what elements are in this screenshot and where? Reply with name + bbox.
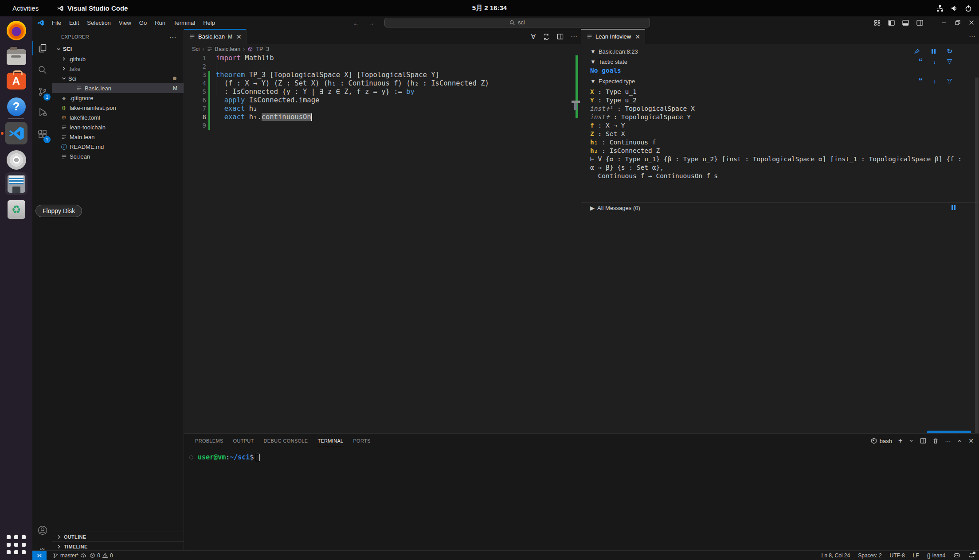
dock-trash-icon[interactable]: ♻: [5, 198, 27, 221]
pause-updates-icon[interactable]: [951, 205, 956, 211]
arrow-down-icon[interactable]: ↓: [933, 78, 936, 85]
sidebar-item-run-debug[interactable]: [32, 102, 52, 122]
terminal-prompt[interactable]: user@vm:~/sci$: [198, 453, 260, 461]
window-close-icon[interactable]: [968, 19, 975, 26]
copy-goal-icon[interactable]: “: [919, 59, 923, 64]
terminal-shell-item[interactable]: bash: [871, 438, 892, 444]
dock-vscode-icon[interactable]: [5, 122, 27, 144]
dock-ubuntu-software-icon[interactable]: A: [5, 70, 27, 92]
sidebar-item-search[interactable]: [32, 60, 52, 80]
sidebar-item-source-control[interactable]: 1: [32, 82, 52, 101]
tree-item-lean-toolchain[interactable]: lean-toolchain: [52, 122, 184, 132]
outline-section[interactable]: OUTLINE: [52, 532, 184, 541]
code-line-5[interactable]: 5 : IsConnected {y : Y | ∃ z ∈ Z, f z = …: [184, 88, 571, 96]
sidebar-item-extensions[interactable]: 1: [32, 124, 52, 144]
panel-more-actions-icon[interactable]: ⋯: [945, 438, 951, 444]
breadcrumb-folder[interactable]: Sci: [192, 46, 200, 52]
tree-folder--lake[interactable]: .lake: [52, 64, 184, 74]
kill-terminal-icon[interactable]: [932, 438, 939, 444]
scrollbar-selection-marker[interactable]: [574, 103, 577, 110]
breadcrumb-file[interactable]: Basic.lean: [215, 46, 241, 52]
infoview-position-header[interactable]: ▼Basic.lean:8:23 ↻: [581, 47, 979, 56]
copilot-icon[interactable]: [953, 552, 960, 559]
dock-firefox-icon[interactable]: [5, 19, 27, 42]
refresh-icon[interactable]: ↻: [947, 47, 952, 55]
pin-icon[interactable]: [914, 48, 920, 54]
tree-folder--github[interactable]: .github: [52, 54, 184, 64]
toggle-panel-icon[interactable]: [902, 19, 909, 26]
toggle-secondary-sidebar-icon[interactable]: [916, 19, 923, 26]
tab-lean-infoview[interactable]: Lean Infoview ✕: [581, 29, 645, 44]
menu-terminal[interactable]: Terminal: [169, 18, 199, 27]
clock[interactable]: 5月 2 16:34: [0, 0, 979, 16]
expected-type-header[interactable]: ▼Expected type “ ↓: [581, 76, 979, 86]
pause-updates-icon[interactable]: [931, 48, 936, 55]
infoview-scrollbar[interactable]: [975, 78, 979, 450]
tree-item-sci-lean[interactable]: Sci.lean: [52, 152, 184, 161]
dock-floppy-icon[interactable]: [5, 172, 27, 195]
window-restore-icon[interactable]: [955, 19, 961, 26]
menu-help[interactable]: Help: [199, 18, 219, 27]
tactic-state-header[interactable]: ▼Tactic state “ ↓: [581, 57, 979, 66]
tree-item--gitignore[interactable]: ◆.gitignore: [52, 93, 184, 103]
tab-basic-lean[interactable]: Basic.lean M ✕: [184, 29, 247, 44]
terminal-command-decoration[interactable]: [189, 455, 193, 459]
lean-infoview-toggle-icon[interactable]: ∀: [531, 33, 536, 41]
tree-item-basic-lean[interactable]: Basic.leanM: [52, 83, 184, 93]
dock-files-icon[interactable]: [5, 46, 27, 68]
code-line-3[interactable]: 3theorem TP_3 [TopologicalSpace X] [Topo…: [184, 71, 571, 79]
maximize-panel-icon[interactable]: [957, 438, 962, 443]
split-terminal-icon[interactable]: [920, 438, 926, 444]
status-item-spaces[interactable]: Spaces: 2: [858, 552, 881, 559]
code-line-1[interactable]: 1import Mathlib: [184, 54, 571, 62]
panel-tab-problems[interactable]: PROBLEMS: [195, 434, 223, 448]
remote-indicator[interactable]: [32, 551, 47, 560]
tree-item-lake-manifest-json[interactable]: {}lake-manifest.json: [52, 103, 184, 113]
dock-help-icon[interactable]: ?: [5, 95, 27, 118]
panel-tab-output[interactable]: OUTPUT: [233, 434, 254, 448]
breadcrumb-symbol[interactable]: TP_3: [256, 46, 269, 52]
panel-tab-debug-console[interactable]: DEBUG CONSOLE: [264, 434, 308, 448]
timeline-section[interactable]: TIMELINE: [52, 541, 184, 551]
git-branch-item[interactable]: master*: [53, 552, 86, 559]
system-tray[interactable]: [936, 0, 972, 16]
toggle-sidebar-icon[interactable]: [888, 19, 895, 26]
tree-item-lakefile-toml[interactable]: ⚙lakefile.toml: [52, 113, 184, 122]
explorer-more-actions-icon[interactable]: ···: [169, 33, 176, 40]
tree-item-main-lean[interactable]: Main.lean: [52, 132, 184, 142]
new-terminal-icon[interactable]: +: [898, 437, 902, 445]
code-line-2[interactable]: 2: [184, 62, 571, 71]
status-item-utf-8[interactable]: UTF-8: [890, 552, 905, 559]
nav-back-icon[interactable]: ←: [353, 19, 360, 27]
tree-folder-sci[interactable]: Sci: [52, 74, 184, 83]
dock-cd-icon[interactable]: [5, 148, 27, 171]
filter-icon[interactable]: [947, 78, 952, 84]
more-actions-icon[interactable]: ⋯: [571, 33, 577, 41]
menu-selection[interactable]: Selection: [83, 18, 114, 27]
panel-tab-terminal[interactable]: TERMINAL: [317, 434, 343, 448]
breadcrumb[interactable]: Sci › Basic.lean › TP_3: [184, 44, 581, 54]
command-center-search[interactable]: sci: [384, 18, 650, 27]
accounts-button[interactable]: [32, 521, 52, 540]
code-area[interactable]: 1import Mathlib23theorem TP_3 [Topologic…: [184, 54, 571, 130]
panel-tab-ports[interactable]: PORTS: [353, 434, 370, 448]
code-line-9[interactable]: 9: [184, 121, 571, 130]
code-line-8[interactable]: 8 exact h₁.continuousOn: [184, 113, 571, 121]
code-line-4[interactable]: 4 (f : X → Y) (Z : Set X) (h₁ : Continuo…: [184, 79, 571, 88]
menu-run[interactable]: Run: [151, 18, 169, 27]
tab-close-icon[interactable]: ✕: [635, 33, 640, 40]
show-applications-icon[interactable]: [7, 535, 26, 554]
status-item-ln[interactable]: Ln 8, Col 24: [822, 552, 850, 559]
nav-forward-icon[interactable]: →: [368, 19, 374, 27]
customize-layout-icon[interactable]: [874, 19, 881, 26]
tree-item-readme-md[interactable]: iREADME.md: [52, 142, 184, 152]
code-line-6[interactable]: 6 apply IsConnected.image: [184, 96, 571, 105]
tab-close-icon[interactable]: ✕: [236, 33, 242, 40]
menu-edit[interactable]: Edit: [65, 18, 83, 27]
open-changes-icon[interactable]: [543, 33, 550, 40]
menu-view[interactable]: View: [115, 18, 135, 27]
window-minimize-icon[interactable]: [941, 19, 947, 26]
code-line-7[interactable]: 7 exact h₂: [184, 105, 571, 113]
menu-file[interactable]: File: [48, 18, 65, 27]
problems-item[interactable]: 0 0: [90, 552, 113, 559]
